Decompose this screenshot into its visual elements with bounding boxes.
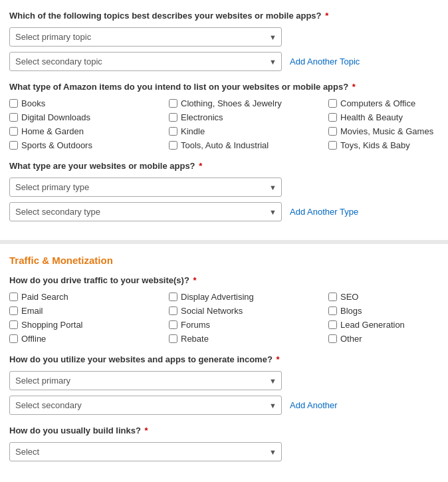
health-checkbox[interactable] <box>328 113 337 122</box>
income-secondary-select[interactable]: Select secondary <box>9 396 282 415</box>
movies-label: Movies, Music & Games <box>340 126 433 136</box>
add-another-income-link[interactable]: Add Another <box>290 400 338 410</box>
items-required-star: * <box>350 82 356 92</box>
clothing-label: Clothing, Shoes & Jewelry <box>181 98 282 108</box>
primary-type-wrapper: Select primary type ▼ <box>9 178 282 197</box>
list-item[interactable]: Shopping Portal <box>9 320 169 330</box>
lead-generation-checkbox[interactable] <box>328 320 337 329</box>
blogs-checkbox[interactable] <box>328 306 337 315</box>
list-item[interactable]: Forums <box>169 320 328 330</box>
topic-section: Which of the following topics best descr… <box>0 0 448 240</box>
list-item[interactable]: Digital Downloads <box>9 112 169 122</box>
traffic-question-label: How do you drive traffic to your website… <box>9 275 439 285</box>
list-item[interactable]: Lead Generation <box>328 320 448 330</box>
topic-question-text: Which of the following topics best descr… <box>9 11 322 21</box>
social-networks-checkbox[interactable] <box>169 306 177 315</box>
income-primary-select[interactable]: Select primary <box>9 371 282 390</box>
movies-checkbox[interactable] <box>328 127 337 136</box>
list-item[interactable]: Email <box>9 306 169 316</box>
blogs-label: Blogs <box>340 306 362 316</box>
secondary-topic-select[interactable]: Select secondary topic <box>9 52 282 71</box>
tools-label: Tools, Auto & Industrial <box>181 140 269 150</box>
traffic-checkbox-grid: Paid Search Display Advertising SEO Emai… <box>9 292 439 344</box>
primary-type-select[interactable]: Select primary type <box>9 178 282 197</box>
list-item[interactable]: Other <box>328 334 448 344</box>
list-item[interactable]: Sports & Outdoors <box>9 140 169 150</box>
list-item[interactable]: Tools, Auto & Industrial <box>169 140 328 150</box>
sports-label: Sports & Outdoors <box>21 140 92 150</box>
primary-topic-row: Select primary topic ▼ <box>9 27 439 47</box>
email-checkbox[interactable] <box>9 306 18 315</box>
secondary-topic-row: Select secondary topic ▼ Add Another Top… <box>9 52 439 71</box>
list-item[interactable]: Home & Garden <box>9 126 169 136</box>
list-item[interactable]: Rebate <box>169 334 328 344</box>
tools-checkbox[interactable] <box>169 141 177 150</box>
list-item[interactable]: Clothing, Shoes & Jewelry <box>169 98 328 108</box>
forums-checkbox[interactable] <box>169 320 177 329</box>
digital-checkbox[interactable] <box>9 113 18 122</box>
kindle-checkbox[interactable] <box>169 127 177 136</box>
list-item[interactable]: Offline <box>9 334 169 344</box>
electronics-checkbox[interactable] <box>169 113 177 122</box>
add-another-topic-link[interactable]: Add Another Topic <box>290 57 360 66</box>
toys-label: Toys, Kids & Baby <box>340 140 410 150</box>
primary-type-row: Select primary type ▼ <box>9 178 439 197</box>
list-item[interactable]: Movies, Music & Games <box>328 126 448 136</box>
toys-checkbox[interactable] <box>328 141 337 150</box>
email-label: Email <box>21 306 43 316</box>
income-primary-wrapper: Select primary ▼ <box>9 371 282 390</box>
list-item[interactable]: Kindle <box>169 126 328 136</box>
list-item[interactable]: Paid Search <box>9 292 169 302</box>
lead-generation-label: Lead Generation <box>340 320 405 330</box>
traffic-question-block: How do you drive traffic to your website… <box>9 275 439 344</box>
links-select-row: Select ▼ <box>9 442 439 461</box>
electronics-label: Electronics <box>181 112 223 122</box>
links-select-wrapper: Select ▼ <box>9 442 282 461</box>
traffic-question-text: How do you drive traffic to your website… <box>9 275 189 285</box>
type-required-star: * <box>197 161 203 171</box>
secondary-type-select[interactable]: Select secondary type <box>9 202 282 221</box>
add-another-type-link[interactable]: Add Another Type <box>290 207 358 217</box>
list-item[interactable]: Blogs <box>328 306 448 316</box>
other-checkbox[interactable] <box>328 334 337 343</box>
shopping-portal-checkbox[interactable] <box>9 320 18 329</box>
list-item[interactable]: Books <box>9 98 169 108</box>
type-question-text: What type are your websites or mobile ap… <box>9 161 195 171</box>
primary-topic-select[interactable]: Select primary topic <box>9 27 282 47</box>
display-advertising-checkbox[interactable] <box>169 293 177 301</box>
traffic-required-star: * <box>191 275 197 285</box>
list-item[interactable]: Computers & Office <box>328 98 448 108</box>
income-secondary-wrapper: Select secondary ▼ <box>9 396 282 415</box>
items-question-label: What type of Amazon items do you intend … <box>9 82 439 92</box>
home-checkbox[interactable] <box>9 127 18 136</box>
income-question-block: How do you utilize your websites and app… <box>9 354 439 415</box>
list-item[interactable]: Health & Beauty <box>328 112 448 122</box>
shopping-portal-label: Shopping Portal <box>21 320 83 330</box>
offline-checkbox[interactable] <box>9 334 18 343</box>
list-item[interactable]: SEO <box>328 292 448 302</box>
sports-checkbox[interactable] <box>9 141 18 150</box>
type-question-label: What type are your websites or mobile ap… <box>9 161 439 171</box>
type-section: What type are your websites or mobile ap… <box>9 161 439 221</box>
secondary-type-row: Select secondary type ▼ Add Another Type <box>9 202 439 221</box>
computers-checkbox[interactable] <box>328 99 337 108</box>
items-checkbox-grid: Books Clothing, Shoes & Jewelry Computer… <box>9 98 439 150</box>
clothing-checkbox[interactable] <box>169 99 177 108</box>
rebate-checkbox[interactable] <box>169 334 177 343</box>
list-item[interactable]: Toys, Kids & Baby <box>328 140 448 150</box>
income-secondary-row: Select secondary ▼ Add Another <box>9 396 439 415</box>
items-section: What type of Amazon items do you intend … <box>9 82 439 150</box>
seo-label: SEO <box>340 292 358 302</box>
list-item[interactable]: Electronics <box>169 112 328 122</box>
topic-question-label: Which of the following topics best descr… <box>9 11 439 21</box>
primary-topic-wrapper: Select primary topic ▼ <box>9 27 282 47</box>
list-item[interactable]: Social Networks <box>169 306 328 316</box>
links-question-block: How do you usually build links? * Select… <box>9 425 439 461</box>
list-item[interactable]: Display Advertising <box>169 292 328 302</box>
paid-search-checkbox[interactable] <box>9 293 18 301</box>
books-checkbox[interactable] <box>9 99 18 108</box>
links-select[interactable]: Select <box>9 442 282 461</box>
social-networks-label: Social Networks <box>181 306 243 316</box>
seo-checkbox[interactable] <box>328 293 337 301</box>
rebate-label: Rebate <box>181 334 209 344</box>
